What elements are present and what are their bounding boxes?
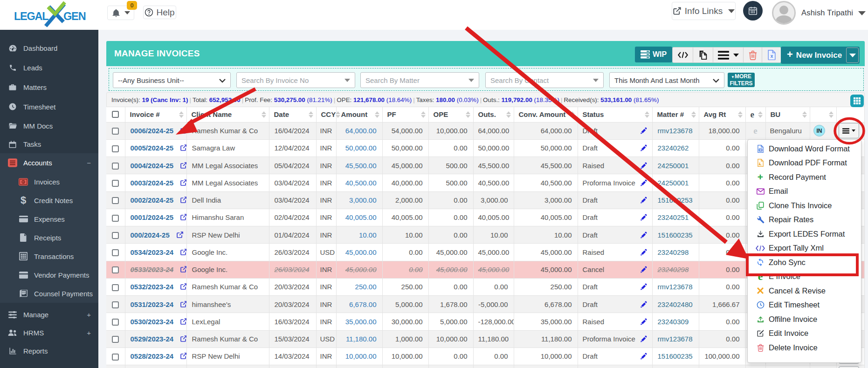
svg-text:W: W bbox=[759, 149, 762, 151]
svg-text:GEN: GEN bbox=[63, 10, 86, 22]
svg-text:1: 1 bbox=[22, 180, 24, 183]
svg-text:x: x bbox=[770, 54, 773, 59]
svg-text:LEGAL: LEGAL bbox=[14, 10, 48, 22]
